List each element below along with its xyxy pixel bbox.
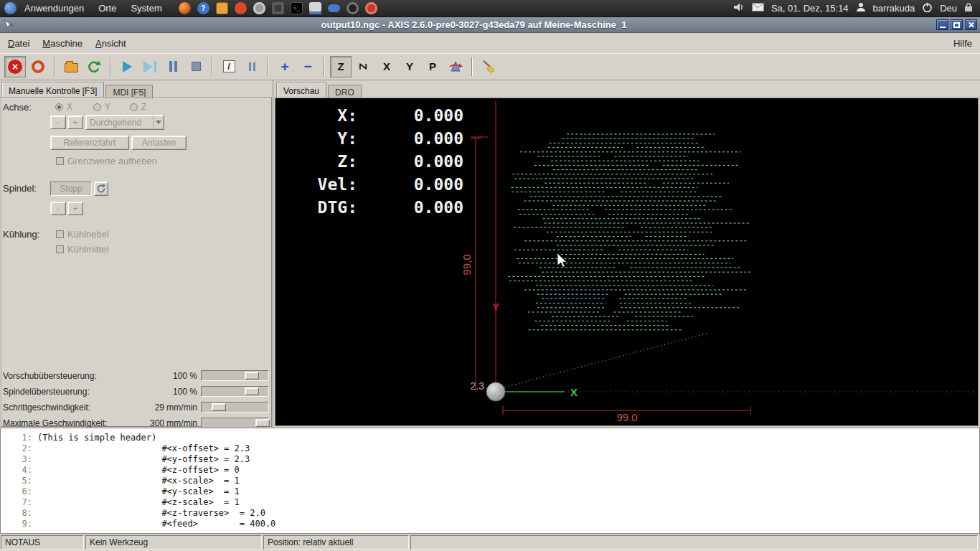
window-controls [934, 19, 977, 30]
open-file-icon [65, 63, 78, 72]
rotate-view-button[interactable] [445, 56, 466, 77]
manual-control-panel: Manuelle Kontrolle [F3] MDI [F5] Achse: … [0, 80, 273, 428]
spindle-plus-button[interactable]: + [67, 202, 83, 215]
gcode-listing[interactable]: 1:(This is simple header) 2: #<x-offset>… [0, 428, 980, 534]
system-menu[interactable]: System [124, 1, 168, 16]
spindle-override-handle[interactable] [245, 387, 259, 395]
spindle-turn-icon [96, 184, 106, 194]
override-limits-checkbox[interactable] [56, 157, 64, 165]
terminal-icon[interactable]: >_ [291, 2, 303, 14]
chevron-down-icon [156, 121, 161, 124]
flood-checkbox[interactable] [56, 245, 64, 253]
spindle-minus-button[interactable]: - [50, 202, 66, 215]
shutdown-icon[interactable] [922, 2, 933, 15]
touch-off-button[interactable]: Antasten [131, 136, 187, 150]
estop-button[interactable]: × [4, 56, 26, 77]
feed-override-slider[interactable] [201, 370, 269, 381]
home-axis-button[interactable]: Referenzfahrt [50, 136, 129, 150]
chat-icon[interactable] [235, 2, 247, 14]
zoom-in-button[interactable]: + [274, 56, 296, 77]
file-manager-icon[interactable] [216, 2, 228, 14]
view-top-button[interactable]: Z [330, 56, 352, 77]
maximize-button[interactable] [951, 19, 963, 30]
titlebar[interactable]: output10.ngc - AXIS 2.6.0-pre0-3027-g43e… [0, 17, 980, 33]
applications-menu[interactable]: Anwendungen [18, 1, 90, 16]
spindle-brake-button[interactable] [94, 182, 108, 196]
close-button[interactable] [965, 19, 977, 30]
gcode-line[interactable]: 6: #<y-scale> = 1 [1, 486, 979, 497]
menubar: Datei Maschine Ansicht Hilfe [0, 33, 980, 53]
feed-override-handle[interactable] [245, 372, 259, 380]
dro-readout: X:0.000 Y:0.000 Z:0.000 Vel:0.000 DTG:0.… [275, 104, 463, 219]
jog-plus-button[interactable]: + [67, 116, 83, 129]
clear-plot-button[interactable] [478, 56, 499, 77]
run-program-button[interactable] [116, 56, 138, 77]
clock[interactable]: Sa, 01. Dez, 15:14 [771, 3, 849, 14]
gcode-line[interactable]: 8: #<z-traverse> = 2.0 [1, 508, 979, 519]
preview-canvas[interactable]: Y X 99,0 99.0 2.3 [275, 98, 979, 426]
distributor-logo-icon[interactable] [4, 2, 17, 14]
firefox-icon[interactable] [179, 2, 191, 14]
text-editor-icon[interactable] [309, 2, 321, 14]
package-manager-icon[interactable] [328, 4, 340, 12]
window-title: output10.ngc - AXIS 2.6.0-pre0-3027-g43e… [14, 19, 934, 30]
statusbar-filler [410, 535, 978, 550]
jog-increment-select[interactable]: Durchgehend [85, 115, 164, 130]
keyboard-layout[interactable]: Deu [940, 3, 957, 14]
jog-speed-slider[interactable] [201, 402, 269, 413]
lock-icon[interactable] [964, 3, 973, 14]
view-perspective-button[interactable]: P [422, 56, 443, 77]
spindle-override-slider[interactable] [201, 386, 269, 397]
open-file-button[interactable] [60, 56, 82, 77]
spindle-stop-button[interactable]: Stopp [50, 182, 92, 196]
minimize-button[interactable] [936, 19, 948, 30]
max-velocity-handle[interactable] [255, 419, 270, 427]
stop-program-button[interactable] [185, 56, 207, 77]
jog-minus-button[interactable]: - [50, 116, 66, 129]
maximize-icon [953, 22, 960, 28]
gcode-line[interactable]: 7: #<z-scale> = 1 [1, 497, 979, 508]
places-menu[interactable]: Orte [92, 1, 123, 16]
tab-vorschau[interactable]: Vorschau [276, 82, 326, 98]
screenshot-icon[interactable] [272, 2, 284, 14]
gcode-line[interactable]: 5: #<x-scale> = 1 [1, 476, 979, 486]
pause-program-button[interactable] [162, 56, 184, 77]
mist-checkbox[interactable] [56, 230, 64, 238]
axis-y-radio[interactable] [93, 103, 101, 111]
machine-power-button[interactable] [27, 56, 49, 77]
panel-menus: Anwendungen Orte System [0, 1, 169, 16]
menu-datei[interactable]: Datei [1, 34, 36, 52]
run-step-button[interactable] [139, 56, 161, 77]
menu-maschine[interactable]: Maschine [36, 34, 89, 52]
user-icon [856, 2, 866, 14]
axis-z-radio[interactable] [130, 103, 138, 111]
view-front-button[interactable]: Y [399, 56, 420, 77]
gimp-icon[interactable] [253, 2, 265, 14]
user-name[interactable]: barrakuda [873, 3, 915, 14]
gcode-line[interactable]: 2: #<x-offset> = 2.3 [1, 443, 979, 454]
help-browser-icon[interactable]: ? [197, 2, 209, 14]
max-velocity-slider[interactable] [201, 418, 269, 428]
tab-dro[interactable]: DRO [328, 85, 362, 99]
dro-row-x: X:0.000 [275, 104, 463, 127]
gcode-line[interactable]: 9: #<feed> = 400.0 [1, 519, 979, 529]
zoom-out-button[interactable]: − [297, 56, 319, 77]
menu-hilfe[interactable]: Hilfe [947, 34, 979, 52]
gcode-line[interactable]: 4: #<z-offset> = 0 [1, 465, 979, 476]
toggle-optional-pause-button[interactable] [241, 56, 263, 77]
gcode-line[interactable]: 1:(This is simple header) [1, 433, 979, 443]
settings-icon[interactable] [365, 2, 377, 14]
volume-icon[interactable] [733, 2, 745, 14]
view-rotated-top-button[interactable]: Z [353, 56, 374, 77]
jog-speed-handle[interactable] [212, 403, 226, 411]
gcode-line[interactable]: 3: #<y-offset> = 2.3 [1, 454, 979, 465]
menu-ansicht[interactable]: Ansicht [89, 34, 133, 52]
cd-burner-icon[interactable] [347, 2, 359, 14]
toggle-skip-lines-button[interactable]: / [218, 56, 240, 77]
axis-x-radio[interactable] [55, 103, 63, 111]
axis-label: Achse: [3, 102, 32, 113]
view-side-button[interactable]: X [376, 56, 397, 77]
reload-file-button[interactable] [83, 56, 105, 77]
mail-icon[interactable] [752, 3, 764, 14]
tab-manual-control[interactable]: Manuelle Kontrolle [F3] [1, 82, 104, 98]
